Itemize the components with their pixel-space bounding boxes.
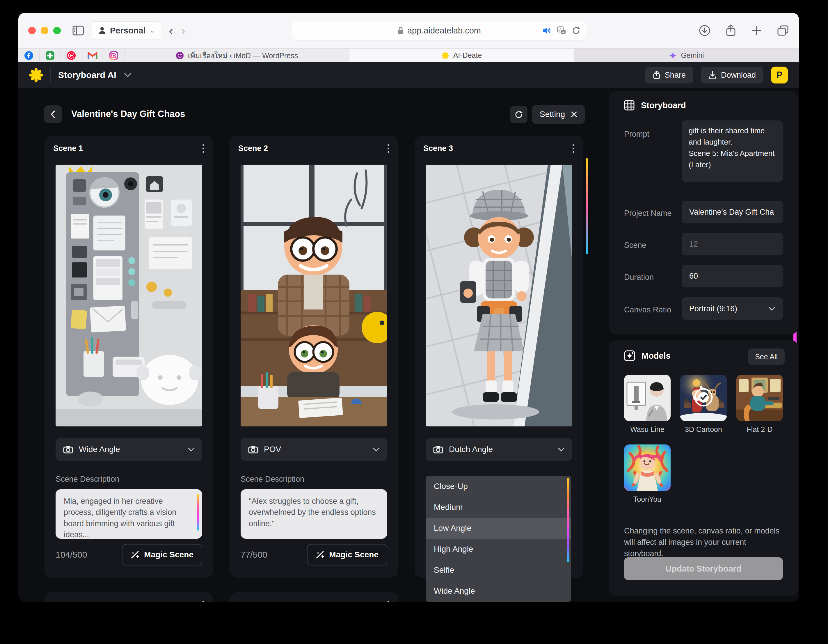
close-window-button[interactable]	[28, 27, 36, 34]
close-icon[interactable]	[571, 111, 577, 118]
models-icon	[624, 350, 635, 361]
char-counter: 104/500	[56, 550, 87, 559]
regenerate-button[interactable]	[510, 106, 527, 123]
scene-menu-icon[interactable]	[201, 599, 206, 602]
scene-card-4: Scene 4	[44, 592, 213, 602]
reload-icon[interactable]	[572, 27, 580, 34]
speaker-icon[interactable]	[542, 27, 551, 34]
model-thumbnail	[624, 374, 671, 421]
camera-angle-select[interactable]: Dutch Angle	[426, 438, 572, 461]
pinned-tab-facebook[interactable]	[18, 49, 39, 62]
update-storyboard-button[interactable]: Update Storyboard	[624, 557, 783, 580]
chevron-down-icon	[373, 447, 380, 452]
chevron-left-icon	[50, 110, 56, 118]
share-icon	[653, 71, 660, 80]
scene-1-image[interactable]	[56, 165, 202, 426]
user-avatar[interactable]: P	[771, 67, 788, 83]
model-thumbnail	[624, 445, 671, 491]
pinned-tab-green[interactable]	[39, 49, 61, 62]
magic-scene-button[interactable]: Magic Scene	[307, 544, 387, 566]
back-button[interactable]	[44, 105, 62, 123]
traffic-lights	[28, 27, 61, 34]
project-name-input[interactable]: Valentine's Day Gift Cha	[682, 201, 783, 223]
duration-input[interactable]: 60	[682, 265, 783, 287]
chevron-down-icon	[188, 447, 194, 452]
model-card-toonyou[interactable]: ToonYou	[624, 445, 671, 503]
textarea-scrollbar[interactable]	[197, 494, 199, 531]
tab-wordpress[interactable]: เพิ่มเรื่องใหม่ ‹ iMoD — WordPress	[124, 49, 350, 62]
angle-option-selfie[interactable]: Selfie	[426, 559, 571, 581]
model-card-flat-2d[interactable]: Flat 2-D	[736, 374, 783, 434]
pinned-tab-instagram[interactable]	[103, 49, 124, 62]
setting-button[interactable]: Setting	[532, 105, 585, 124]
profile-switcher[interactable]: Personal ⌄	[92, 21, 161, 40]
model-name: 3D Cartoon	[680, 425, 727, 434]
scenes-scrollbar[interactable]	[586, 158, 588, 254]
project-title: Valentine's Day Gift Chaos	[71, 109, 185, 119]
tab-overview-icon[interactable]	[777, 25, 789, 36]
magic-scene-label: Magic Scene	[329, 550, 378, 559]
scene-3-image[interactable]	[426, 165, 572, 426]
angle-option-wide-angle[interactable]: Wide Angle	[426, 581, 571, 602]
angle-option-medium[interactable]: Medium	[426, 497, 571, 518]
minimize-window-button[interactable]	[41, 27, 48, 34]
zoom-window-button[interactable]	[53, 27, 61, 34]
scene-2-image[interactable]	[241, 165, 387, 426]
scene-description-input[interactable]: Mia, engaged in her creative process, di…	[56, 489, 202, 539]
see-all-button[interactable]: See All	[748, 348, 785, 365]
scene-description-input[interactable]: "Alex struggles to choose a gift, overwh…	[241, 489, 387, 539]
scene-menu-icon[interactable]	[201, 143, 206, 154]
camera-angle-select[interactable]: Wide Angle	[56, 438, 202, 461]
youtube-music-icon	[67, 51, 76, 60]
new-tab-icon[interactable]	[751, 25, 762, 36]
magic-scene-button[interactable]: Magic Scene	[122, 544, 202, 566]
magic-scene-label: Magic Scene	[144, 550, 193, 559]
scene-menu-icon[interactable]	[386, 143, 391, 154]
camera-angle-dropdown: Close-Up Medium Low Angle High Angle Sel…	[426, 476, 571, 602]
scene-card-1: Scene 1	[44, 136, 213, 578]
tab-label: AI-Deate	[453, 51, 482, 60]
dropdown-scrollbar[interactable]	[567, 478, 569, 562]
sidebar-toggle-icon[interactable]	[72, 26, 84, 36]
app-header: Storyboard AI Share Download P	[18, 62, 799, 88]
camera-angle-value: Dutch Angle	[449, 445, 493, 454]
pinned-tab-gmail[interactable]	[82, 49, 103, 62]
app-logo-icon[interactable]	[30, 68, 43, 82]
share-button[interactable]: Share	[645, 67, 693, 83]
share-icon[interactable]	[726, 24, 736, 37]
scene-count-input[interactable]: 12	[682, 233, 783, 255]
wordpress-site-icon	[176, 52, 184, 60]
prompt-textarea[interactable]: gift is their shared time and laughter. …	[682, 121, 783, 182]
downloads-icon[interactable]	[699, 25, 710, 36]
models-panel: Models See All	[609, 340, 798, 596]
tab-label: Gemini	[681, 51, 704, 60]
nav-back-button[interactable]: ‹	[169, 24, 173, 37]
models-title: Models	[641, 351, 671, 361]
scene-title: Scene 4	[53, 601, 83, 602]
tab-bar: เพิ่มเรื่องใหม่ ‹ iMoD — WordPress AI-De…	[18, 48, 799, 62]
chevron-down-icon	[768, 307, 775, 311]
address-bar[interactable]: app.aideatelab.com A	[292, 20, 586, 41]
nav-forward-button[interactable]: ›	[181, 24, 185, 37]
model-card-wasu-line[interactable]: Wasu Line	[624, 374, 671, 434]
angle-option-high-angle[interactable]: High Angle	[426, 539, 571, 559]
download-button[interactable]: Download	[701, 67, 764, 83]
scene-title: Scene 1	[53, 144, 83, 153]
download-icon	[709, 71, 717, 79]
scene-menu-icon[interactable]	[386, 599, 391, 602]
canvas-ratio-select[interactable]: Portrait (9:16)	[682, 297, 783, 320]
angle-option-close-up[interactable]: Close-Up	[426, 476, 571, 497]
model-card-3d-cartoon[interactable]: 3D Cartoon	[680, 374, 727, 434]
chevron-down-icon[interactable]	[124, 73, 132, 77]
prompt-label: Prompt	[624, 130, 649, 139]
main-area: Valentine's Day Gift Chaos Setting Scene…	[18, 88, 799, 602]
tab-gemini[interactable]: Gemini	[574, 49, 799, 62]
pinned-tab-youtube-music[interactable]	[61, 49, 82, 62]
lock-icon	[397, 27, 404, 34]
angle-option-low-angle[interactable]: Low Angle	[426, 518, 571, 539]
scene-description-text: Mia, engaged in her creative process, di…	[64, 497, 176, 539]
translate-icon[interactable]: A	[557, 26, 566, 35]
scene-menu-icon[interactable]	[571, 143, 576, 154]
camera-angle-select[interactable]: POV	[241, 438, 387, 461]
tab-aideate[interactable]: AI-Deate	[350, 49, 574, 62]
